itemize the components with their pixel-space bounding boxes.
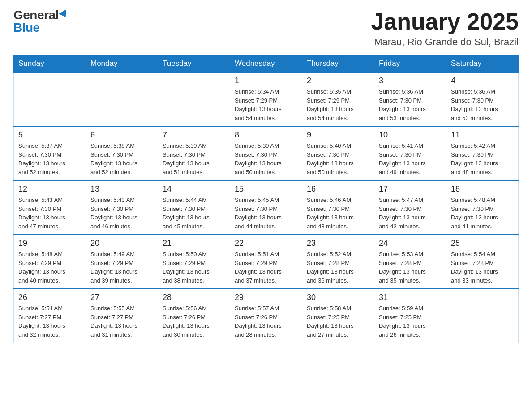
day-number: 7 xyxy=(163,130,225,140)
day-info: Sunrise: 5:49 AM Sunset: 7:29 PM Dayligh… xyxy=(90,250,153,285)
day-number: 22 xyxy=(235,239,297,248)
day-number: 29 xyxy=(235,293,297,302)
calendar-cell: 27Sunrise: 5:55 AM Sunset: 7:27 PM Dayli… xyxy=(86,289,158,343)
calendar-week-row: 12Sunrise: 5:43 AM Sunset: 7:30 PM Dayli… xyxy=(14,180,519,235)
day-of-week-header: Wednesday xyxy=(230,56,302,73)
day-info: Sunrise: 5:53 AM Sunset: 7:28 PM Dayligh… xyxy=(379,250,442,285)
day-info: Sunrise: 5:42 AM Sunset: 7:30 PM Dayligh… xyxy=(451,141,514,176)
day-number: 24 xyxy=(379,239,442,248)
calendar-cell: 10Sunrise: 5:41 AM Sunset: 7:30 PM Dayli… xyxy=(374,126,446,180)
day-info: Sunrise: 5:36 AM Sunset: 7:30 PM Dayligh… xyxy=(451,87,514,122)
day-of-week-header: Monday xyxy=(86,56,158,73)
calendar-cell: 1Sunrise: 5:34 AM Sunset: 7:29 PM Daylig… xyxy=(230,72,302,126)
day-number: 8 xyxy=(235,130,297,140)
day-info: Sunrise: 5:54 AM Sunset: 7:27 PM Dayligh… xyxy=(18,304,81,339)
day-number: 31 xyxy=(379,293,442,302)
day-info: Sunrise: 5:43 AM Sunset: 7:30 PM Dayligh… xyxy=(18,196,81,231)
day-info: Sunrise: 5:39 AM Sunset: 7:30 PM Dayligh… xyxy=(163,141,225,176)
calendar-cell: 12Sunrise: 5:43 AM Sunset: 7:30 PM Dayli… xyxy=(14,180,86,235)
day-info: Sunrise: 5:54 AM Sunset: 7:28 PM Dayligh… xyxy=(451,250,514,285)
day-info: Sunrise: 5:48 AM Sunset: 7:29 PM Dayligh… xyxy=(18,250,81,285)
day-info: Sunrise: 5:52 AM Sunset: 7:28 PM Dayligh… xyxy=(307,250,369,285)
day-info: Sunrise: 5:57 AM Sunset: 7:26 PM Dayligh… xyxy=(235,304,297,339)
day-info: Sunrise: 5:35 AM Sunset: 7:29 PM Dayligh… xyxy=(307,87,369,122)
calendar-week-row: 26Sunrise: 5:54 AM Sunset: 7:27 PM Dayli… xyxy=(14,289,519,343)
day-number: 10 xyxy=(379,130,442,140)
day-info: Sunrise: 5:51 AM Sunset: 7:29 PM Dayligh… xyxy=(235,250,297,285)
day-number: 23 xyxy=(307,239,369,248)
day-of-week-header: Tuesday xyxy=(158,56,230,73)
calendar-cell: 18Sunrise: 5:48 AM Sunset: 7:30 PM Dayli… xyxy=(446,180,519,235)
day-number: 25 xyxy=(451,239,514,248)
logo-triangle-icon xyxy=(59,9,69,19)
day-info: Sunrise: 5:38 AM Sunset: 7:30 PM Dayligh… xyxy=(90,141,153,176)
calendar-cell: 15Sunrise: 5:45 AM Sunset: 7:30 PM Dayli… xyxy=(230,180,302,235)
day-number: 6 xyxy=(90,130,153,140)
day-info: Sunrise: 5:50 AM Sunset: 7:29 PM Dayligh… xyxy=(163,250,225,285)
calendar-cell: 4Sunrise: 5:36 AM Sunset: 7:30 PM Daylig… xyxy=(446,72,519,126)
day-number: 11 xyxy=(451,130,514,140)
day-info: Sunrise: 5:47 AM Sunset: 7:30 PM Dayligh… xyxy=(379,196,442,231)
day-number: 21 xyxy=(163,239,225,248)
calendar-cell: 20Sunrise: 5:49 AM Sunset: 7:29 PM Dayli… xyxy=(86,235,158,289)
day-number: 9 xyxy=(307,130,369,140)
calendar-cell: 23Sunrise: 5:52 AM Sunset: 7:28 PM Dayli… xyxy=(302,235,374,289)
calendar-cell: 8Sunrise: 5:39 AM Sunset: 7:30 PM Daylig… xyxy=(230,126,302,180)
location-text: Marau, Rio Grande do Sul, Brazil xyxy=(371,36,519,48)
day-number: 15 xyxy=(235,184,297,194)
calendar-cell: 28Sunrise: 5:56 AM Sunset: 7:26 PM Dayli… xyxy=(158,289,230,343)
day-number: 4 xyxy=(451,76,514,86)
day-info: Sunrise: 5:58 AM Sunset: 7:25 PM Dayligh… xyxy=(307,304,369,339)
day-info: Sunrise: 5:34 AM Sunset: 7:29 PM Dayligh… xyxy=(235,87,297,122)
day-info: Sunrise: 5:40 AM Sunset: 7:30 PM Dayligh… xyxy=(307,141,369,176)
day-info: Sunrise: 5:55 AM Sunset: 7:27 PM Dayligh… xyxy=(90,304,153,339)
calendar-cell: 29Sunrise: 5:57 AM Sunset: 7:26 PM Dayli… xyxy=(230,289,302,343)
calendar-cell: 22Sunrise: 5:51 AM Sunset: 7:29 PM Dayli… xyxy=(230,235,302,289)
calendar-cell: 21Sunrise: 5:50 AM Sunset: 7:29 PM Dayli… xyxy=(158,235,230,289)
day-info: Sunrise: 5:56 AM Sunset: 7:26 PM Dayligh… xyxy=(163,304,225,339)
day-number: 14 xyxy=(163,184,225,194)
day-info: Sunrise: 5:48 AM Sunset: 7:30 PM Dayligh… xyxy=(451,196,514,231)
calendar-cell: 3Sunrise: 5:36 AM Sunset: 7:30 PM Daylig… xyxy=(374,72,446,126)
calendar-cell: 25Sunrise: 5:54 AM Sunset: 7:28 PM Dayli… xyxy=(446,235,519,289)
day-number: 12 xyxy=(18,184,81,194)
logo: General Blue xyxy=(13,9,69,34)
page-header: General Blue January 2025 Marau, Rio Gra… xyxy=(13,9,519,48)
title-section: January 2025 Marau, Rio Grande do Sul, B… xyxy=(371,9,519,48)
calendar-cell xyxy=(86,72,158,126)
day-info: Sunrise: 5:37 AM Sunset: 7:30 PM Dayligh… xyxy=(18,141,81,176)
day-number: 2 xyxy=(307,76,369,86)
day-info: Sunrise: 5:36 AM Sunset: 7:30 PM Dayligh… xyxy=(379,87,442,122)
calendar-week-row: 1Sunrise: 5:34 AM Sunset: 7:29 PM Daylig… xyxy=(14,72,519,126)
calendar-cell: 5Sunrise: 5:37 AM Sunset: 7:30 PM Daylig… xyxy=(14,126,86,180)
day-of-week-header: Thursday xyxy=(302,56,374,73)
day-number: 3 xyxy=(379,76,442,86)
calendar-header-row: SundayMondayTuesdayWednesdayThursdayFrid… xyxy=(14,56,519,73)
day-number: 20 xyxy=(90,239,153,248)
calendar-cell: 7Sunrise: 5:39 AM Sunset: 7:30 PM Daylig… xyxy=(158,126,230,180)
calendar-cell: 30Sunrise: 5:58 AM Sunset: 7:25 PM Dayli… xyxy=(302,289,374,343)
calendar-cell: 13Sunrise: 5:43 AM Sunset: 7:30 PM Dayli… xyxy=(86,180,158,235)
day-number: 13 xyxy=(90,184,153,194)
calendar-cell: 14Sunrise: 5:44 AM Sunset: 7:30 PM Dayli… xyxy=(158,180,230,235)
calendar-cell: 31Sunrise: 5:59 AM Sunset: 7:25 PM Dayli… xyxy=(374,289,446,343)
day-of-week-header: Sunday xyxy=(14,56,86,73)
month-title: January 2025 xyxy=(371,9,519,34)
day-info: Sunrise: 5:41 AM Sunset: 7:30 PM Dayligh… xyxy=(379,141,442,176)
day-info: Sunrise: 5:44 AM Sunset: 7:30 PM Dayligh… xyxy=(163,196,225,231)
day-number: 28 xyxy=(163,293,225,302)
day-of-week-header: Friday xyxy=(374,56,446,73)
logo-blue-text: Blue xyxy=(13,21,40,34)
calendar-table: SundayMondayTuesdayWednesdayThursdayFrid… xyxy=(13,55,519,343)
day-number: 26 xyxy=(18,293,81,302)
day-info: Sunrise: 5:45 AM Sunset: 7:30 PM Dayligh… xyxy=(235,196,297,231)
day-number: 18 xyxy=(451,184,514,194)
day-info: Sunrise: 5:39 AM Sunset: 7:30 PM Dayligh… xyxy=(235,141,297,176)
calendar-cell: 24Sunrise: 5:53 AM Sunset: 7:28 PM Dayli… xyxy=(374,235,446,289)
calendar-cell: 2Sunrise: 5:35 AM Sunset: 7:29 PM Daylig… xyxy=(302,72,374,126)
day-number: 19 xyxy=(18,239,81,248)
day-number: 30 xyxy=(307,293,369,302)
day-of-week-header: Saturday xyxy=(446,56,519,73)
calendar-cell: 11Sunrise: 5:42 AM Sunset: 7:30 PM Dayli… xyxy=(446,126,519,180)
calendar-cell: 16Sunrise: 5:46 AM Sunset: 7:30 PM Dayli… xyxy=(302,180,374,235)
